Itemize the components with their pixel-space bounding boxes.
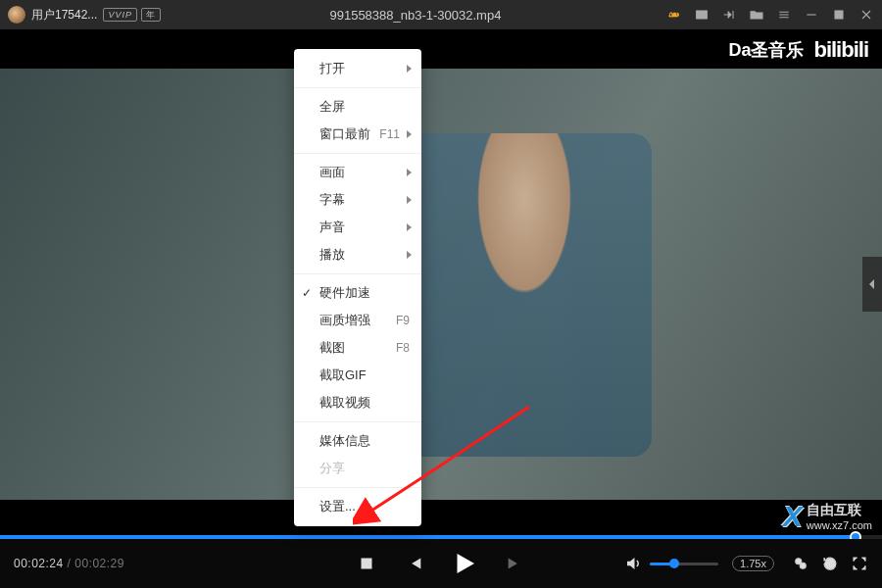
menu-picture[interactable]: 画面 bbox=[294, 159, 421, 186]
volume-slider[interactable] bbox=[650, 563, 718, 565]
controls-bar: 00:02:24 / 00:02:29 1.75x bbox=[0, 539, 882, 588]
gamepad-icon[interactable] bbox=[666, 7, 682, 23]
year-badge: 年 bbox=[141, 8, 161, 22]
svg-point-4 bbox=[800, 563, 806, 568]
menu-hw-accel[interactable]: 硬件加速 bbox=[294, 279, 421, 307]
menu-settings[interactable]: 设置... bbox=[294, 493, 421, 520]
menu-audio-label: 声音 bbox=[319, 219, 345, 236]
source-watermark: X 自由互联 www.xz7.com bbox=[783, 500, 872, 533]
menu-open-label: 打开 bbox=[319, 60, 345, 77]
menu-separator bbox=[294, 87, 421, 88]
mini-mode-icon[interactable] bbox=[694, 7, 710, 23]
menu-clip-label: 截取视频 bbox=[319, 394, 370, 412]
watermark: Da圣音乐 bilibili bbox=[728, 37, 868, 63]
video-frame bbox=[0, 69, 882, 500]
menu-enhance-label: 画质增强 bbox=[319, 312, 370, 329]
menu-fullscreen-label: 全屏 bbox=[319, 98, 345, 116]
svg-rect-1 bbox=[835, 11, 843, 19]
avatar[interactable] bbox=[8, 6, 25, 24]
forward-icon[interactable] bbox=[721, 7, 737, 23]
volume-knob[interactable] bbox=[669, 559, 679, 568]
rotate-icon[interactable] bbox=[821, 555, 839, 572]
play-button[interactable] bbox=[450, 549, 479, 578]
menu-media-info[interactable]: 媒体信息 bbox=[294, 427, 421, 455]
bilibili-logo: bilibili bbox=[813, 37, 868, 63]
total-time: 00:02:29 bbox=[74, 557, 124, 570]
close-icon[interactable] bbox=[858, 7, 874, 23]
menu-always-top[interactable]: 窗口最前F11 bbox=[294, 121, 421, 148]
menu-subtitle-label: 字幕 bbox=[319, 191, 345, 209]
speed-badge[interactable]: 1.75x bbox=[732, 556, 774, 571]
titlebar-actions bbox=[666, 7, 874, 23]
effects-icon[interactable] bbox=[792, 555, 809, 572]
menu-enhance[interactable]: 画质增强F9 bbox=[294, 307, 421, 334]
menu-playback[interactable]: 播放 bbox=[294, 241, 421, 269]
menu-media-info-label: 媒体信息 bbox=[319, 432, 370, 450]
context-menu: 打开 全屏 窗口最前F11 画面 字幕 声音 播放 硬件加速 画质增强F9 截图… bbox=[294, 49, 421, 526]
right-controls: 1.75x bbox=[624, 555, 868, 572]
menu-gif-label: 截取GIF bbox=[319, 367, 367, 384]
video-area[interactable]: Da圣音乐 bilibili bbox=[0, 29, 882, 539]
maximize-icon[interactable] bbox=[831, 7, 847, 23]
stop-button[interactable] bbox=[356, 553, 377, 574]
source-url: www.xz7.com bbox=[807, 519, 872, 531]
svg-rect-0 bbox=[697, 11, 708, 19]
fullscreen-icon[interactable] bbox=[851, 555, 868, 572]
menu-subtitle[interactable]: 字幕 bbox=[294, 186, 421, 214]
minimize-icon[interactable] bbox=[804, 7, 819, 23]
menu-screenshot-key: F8 bbox=[396, 341, 410, 355]
menu-separator bbox=[294, 273, 421, 274]
menu-separator bbox=[294, 153, 421, 154]
menu-enhance-key: F9 bbox=[396, 314, 410, 327]
open-folder-icon[interactable] bbox=[749, 7, 764, 23]
menu-share: 分享 bbox=[294, 455, 421, 482]
volume-control bbox=[624, 555, 718, 572]
menu-icon[interactable] bbox=[776, 7, 792, 23]
current-time: 00:02:24 bbox=[14, 557, 64, 570]
menu-gif[interactable]: 截取GIF bbox=[294, 362, 421, 389]
menu-always-top-key: F11 bbox=[379, 127, 400, 141]
menu-separator bbox=[294, 421, 421, 422]
menu-separator bbox=[294, 487, 421, 488]
menu-audio[interactable]: 声音 bbox=[294, 214, 421, 241]
titlebar: 用户17542... VVIP 年 991558388_nb3-1-30032.… bbox=[0, 0, 882, 29]
video-content bbox=[397, 133, 652, 457]
menu-playback-label: 播放 bbox=[319, 246, 345, 264]
menu-clip[interactable]: 截取视频 bbox=[294, 389, 421, 416]
username-label: 用户17542... bbox=[31, 7, 97, 24]
menu-screenshot[interactable]: 截图F8 bbox=[294, 334, 421, 362]
menu-picture-label: 画面 bbox=[319, 164, 345, 181]
xz7-logo-icon: X bbox=[783, 500, 803, 533]
source-name: 自由互联 bbox=[807, 502, 872, 519]
vip-badge: VVIP bbox=[103, 8, 137, 22]
menu-always-top-label: 窗口最前 bbox=[319, 125, 370, 143]
channel-name: Da圣音乐 bbox=[728, 38, 804, 62]
playlist-toggle[interactable] bbox=[862, 257, 882, 312]
menu-settings-label: 设置... bbox=[319, 498, 356, 515]
playback-controls bbox=[356, 549, 526, 578]
menu-fullscreen[interactable]: 全屏 bbox=[294, 93, 421, 121]
menu-screenshot-label: 截图 bbox=[319, 339, 345, 357]
svg-rect-2 bbox=[362, 559, 372, 569]
time-display: 00:02:24 / 00:02:29 bbox=[14, 557, 124, 570]
volume-icon[interactable] bbox=[624, 555, 642, 572]
menu-share-label: 分享 bbox=[319, 460, 345, 477]
next-button[interactable] bbox=[505, 553, 526, 574]
window-title: 991558388_nb3-1-30032.mp4 bbox=[165, 8, 666, 23]
prev-button[interactable] bbox=[403, 553, 424, 574]
menu-open[interactable]: 打开 bbox=[294, 55, 421, 82]
menu-hw-accel-label: 硬件加速 bbox=[319, 284, 370, 302]
